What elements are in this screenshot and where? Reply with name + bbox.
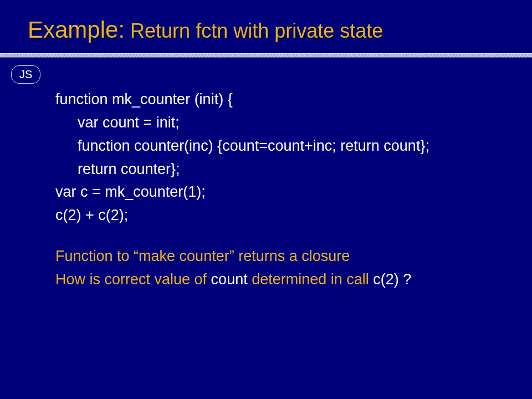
note-emphasis: c(2) ? <box>373 271 411 288</box>
note-text: determined in call <box>248 271 374 288</box>
title-part2: Return fctn with private state <box>125 19 383 42</box>
code-line: var c = mk_counter(1); <box>55 181 493 204</box>
code-line: var count = init; <box>55 111 493 135</box>
slide: Example: Return fctn with private state … <box>0 0 532 399</box>
title-part1: Example: <box>28 17 125 43</box>
slide-body: function mk_counter (init) { var count =… <box>0 88 532 291</box>
code-line: return counter}; <box>55 158 493 181</box>
code-line: function counter(inc) {count=count+inc; … <box>55 135 493 158</box>
language-badge: JS <box>11 65 40 84</box>
slide-title: Example: Return fctn with private state <box>0 17 532 49</box>
note-line-2: How is correct value of count determined… <box>55 268 493 291</box>
code-line: function mk_counter (init) { <box>55 88 493 111</box>
note-text: How is correct value of <box>55 271 211 288</box>
divider <box>0 53 532 58</box>
code-line: c(2) + c(2); <box>55 204 493 227</box>
note-emphasis: count <box>211 271 248 288</box>
note-line-1: Function to “make counter” returns a clo… <box>55 245 493 268</box>
